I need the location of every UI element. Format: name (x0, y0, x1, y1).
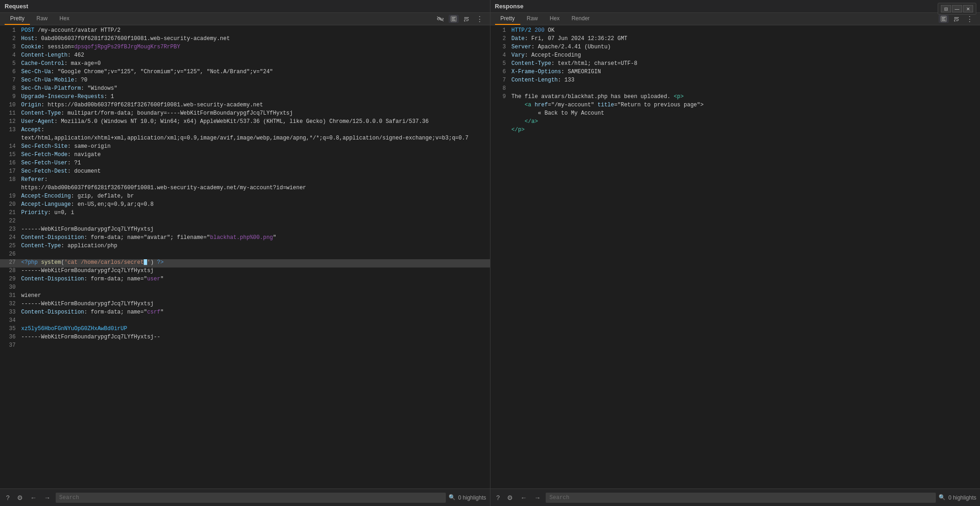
code-token: : gzip, deflate, br (71, 193, 134, 199)
response-tab-hex[interactable]: Hex (544, 13, 565, 25)
response-tab-raw[interactable]: Raw (521, 13, 543, 25)
response-tab-render[interactable]: Render (566, 13, 595, 25)
code-line: 14Sec-Fetch-Site: same-origin (0, 143, 490, 151)
request-tab-actions: ⋮ (435, 14, 485, 24)
line-content: ------WebKitFormBoundarypgfJcq7LYfHyxtsj… (21, 334, 487, 342)
request-tab-hex[interactable]: Hex (54, 13, 75, 25)
code-line: <a href="/my-account" title="Return to p… (490, 102, 980, 110)
request-tab-pretty[interactable]: Pretty (5, 13, 30, 25)
request-settings-button[interactable]: ⚙ (15, 493, 25, 502)
code-line: 6Sec-Ch-Ua: "Google Chrome";v="125", "Ch… (0, 69, 490, 77)
response-menu-button[interactable]: ⋮ (964, 14, 975, 24)
code-token: Sec-Fetch-Mode (21, 151, 68, 158)
response-help-button[interactable]: ? (494, 493, 502, 502)
code-token: Priority (21, 209, 48, 216)
request-back-button[interactable]: ← (28, 493, 39, 502)
code-line: 13Accept: (0, 127, 490, 135)
line-content (512, 85, 978, 93)
line-number: 13 (3, 127, 16, 135)
line-content: Priority: u=0, i (21, 209, 487, 218)
code-line: 34 (0, 317, 490, 326)
code-line: 35xz5ly56HboFGnNYuOpG0ZHxAwBd0irUP (0, 326, 490, 334)
split-view-button[interactable]: ⊟ (941, 5, 951, 12)
code-line: 4Content-Length: 462 (0, 52, 490, 60)
request-tab-raw[interactable]: Raw (31, 13, 53, 25)
line-number (3, 185, 16, 193)
response-content[interactable]: 1HTTP/2 200 OK2Date: Fri, 07 Jun 2024 12… (490, 25, 980, 489)
line-content: Host: 0abd00b6037f0f6281f3267600f10081.w… (21, 35, 487, 44)
line-content: Referer: (21, 176, 487, 185)
line-content (21, 218, 487, 226)
code-line: 24Content-Disposition: form-data; name="… (0, 234, 490, 243)
request-content[interactable]: 1POST /my-account/avatar HTTP/22Host: 0a… (0, 25, 490, 489)
minimize-button[interactable]: — (952, 5, 962, 12)
code-token: Accept (21, 127, 41, 133)
line-content: Upgrade-Insecure-Requests: 1 (21, 93, 487, 102)
line-content: Sec-Fetch-Mode: navigate (21, 151, 487, 160)
code-line: 18Referer: (0, 176, 490, 185)
code-token: : ?0 (74, 77, 87, 83)
line-number: 25 (3, 243, 16, 251)
code-token: : navigate (68, 151, 101, 158)
line-content: </a> (512, 118, 978, 127)
code-token: : session= (41, 44, 74, 50)
code-token: Content-Length (512, 77, 558, 83)
code-line: 20Accept-Language: en-US,en;q=0.9,ar;q=0… (0, 201, 490, 209)
request-menu-button[interactable]: ⋮ (474, 14, 485, 24)
code-line: 6X-Frame-Options: SAMEORIGIN (490, 69, 980, 77)
code-token: Content-Type (512, 60, 551, 67)
code-line: 19Accept-Encoding: gzip, deflate, br (0, 193, 490, 201)
code-token: : form-data; name="avatar"; filename=" (84, 234, 210, 241)
response-wrap-button[interactable] (951, 15, 962, 23)
code-token: https://0abd00b6037f0f6281f3267600f10081… (21, 185, 306, 191)
code-token: : ?1 (68, 160, 81, 166)
code-line: 37 (0, 342, 490, 350)
line-number: 24 (3, 234, 16, 243)
code-line: 21Priority: u=0, i (0, 209, 490, 218)
response-pretty-button[interactable] (939, 15, 949, 23)
close-button[interactable]: ✕ (963, 5, 973, 12)
request-eye-off-button[interactable] (435, 15, 446, 23)
code-line: 29Content-Disposition: form-data; name="… (0, 276, 490, 284)
line-content: Sec-Fetch-Dest: document (21, 168, 487, 176)
line-number: 23 (3, 226, 16, 234)
request-forward-button[interactable]: → (42, 493, 53, 502)
request-help-button[interactable]: ? (4, 493, 12, 502)
response-forward-button[interactable]: → (532, 493, 543, 502)
code-token: : 133 (558, 77, 574, 83)
code-token: ="/my-account" (548, 102, 598, 108)
code-token: Content-Length (21, 52, 68, 58)
code-token: <a (525, 102, 531, 108)
line-content: Sec-Fetch-User: ?1 (21, 160, 487, 168)
line-number: 15 (3, 151, 16, 160)
response-settings-button[interactable]: ⚙ (505, 493, 515, 502)
request-search-icon: 🔍 (449, 494, 455, 501)
line-number: 2 (3, 35, 16, 44)
code-line: 2Date: Fri, 07 Jun 2024 12:36:22 GMT (490, 35, 980, 44)
code-line: 25Content-Type: application/php (0, 243, 490, 251)
code-token: ------WebKitFormBoundarypgfJcq7LYfHyxtsj… (21, 334, 160, 340)
code-token: : form-data; name=" (84, 309, 147, 315)
line-content: Sec-Fetch-Site: same-origin (21, 143, 487, 151)
line-number: 34 (3, 317, 16, 326)
code-line: 32------WebKitFormBoundarypgfJcq7LYfHyxt… (0, 301, 490, 309)
line-content: </p> (512, 127, 978, 135)
response-search-input[interactable] (546, 493, 936, 503)
code-token: system (41, 259, 61, 266)
line-number: 31 (3, 292, 16, 301)
request-search-input[interactable] (56, 493, 446, 503)
line-number: 11 (3, 110, 16, 118)
code-token: : Mozilla/5.0 (Windows NT 10.0; Win64; x… (54, 118, 429, 125)
line-content: Sec-Ch-Ua-Mobile: ?0 (21, 77, 487, 85)
code-token: : application/php (61, 243, 117, 249)
request-wrap-button[interactable] (461, 15, 472, 23)
code-token: HTTP/2 (512, 27, 531, 34)
line-number: 10 (3, 102, 16, 110)
response-tab-pretty[interactable]: Pretty (495, 13, 520, 25)
request-pretty-button[interactable] (449, 15, 459, 23)
code-token: Sec-Ch-Ua-Mobile (21, 77, 74, 83)
code-line: 7Content-Length: 133 (490, 77, 980, 85)
code-token: Cookie (21, 44, 41, 50)
code-token: user (147, 276, 161, 282)
response-back-button[interactable]: ← (518, 493, 529, 502)
